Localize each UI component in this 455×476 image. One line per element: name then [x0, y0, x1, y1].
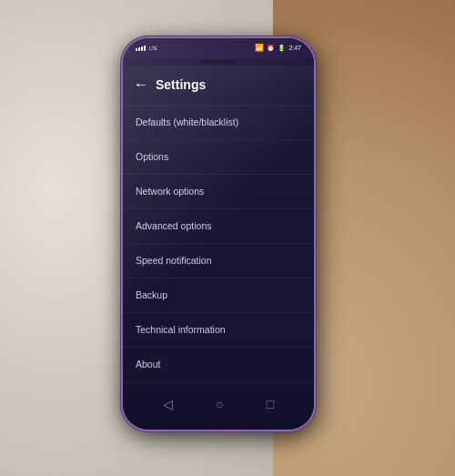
screen: ← Settings Defaults (white/blacklist) Op…: [123, 66, 314, 388]
scene: LTE 📶 ⏰ 🔋 2:47 ← Settings Defaults: [0, 0, 455, 476]
signal-icon: [136, 46, 146, 51]
alarm-icon: ⏰: [267, 45, 275, 52]
time-display: 2:47: [288, 45, 301, 51]
app-bar: ← Settings: [123, 66, 314, 106]
menu-item-about[interactable]: About: [123, 348, 314, 382]
settings-menu-list: Defaults (white/blacklist) Options Netwo…: [123, 106, 314, 388]
network-type-text: LTE: [149, 46, 157, 51]
phone-device: LTE 📶 ⏰ 🔋 2:47 ← Settings Defaults: [123, 38, 314, 430]
menu-item-technical-info[interactable]: Technical information: [123, 313, 314, 348]
menu-item-network-options[interactable]: Network options: [123, 175, 314, 209]
menu-item-options[interactable]: Options: [123, 140, 314, 175]
menu-item-advanced-options[interactable]: Advanced options: [123, 209, 314, 244]
phone-bottom-edge: [123, 420, 314, 430]
status-bar-left: LTE: [136, 46, 157, 51]
battery-icon: 🔋: [278, 45, 286, 52]
speaker-grille: [200, 60, 237, 64]
menu-item-speed-notification[interactable]: Speed notification: [123, 244, 314, 279]
menu-item-defaults[interactable]: Defaults (white/blacklist): [123, 106, 314, 140]
speaker-area: [123, 58, 314, 66]
back-button[interactable]: ←: [134, 76, 148, 93]
status-bar: LTE 📶 ⏰ 🔋 2:47: [123, 38, 314, 58]
page-title: Settings: [156, 77, 206, 92]
nav-back-button[interactable]: ◁: [163, 397, 173, 411]
wifi-icon: 📶: [255, 44, 264, 52]
nav-recents-button[interactable]: □: [267, 397, 274, 411]
nav-home-button[interactable]: ○: [216, 397, 223, 411]
menu-item-backup[interactable]: Backup: [123, 279, 314, 313]
status-bar-right: 📶 ⏰ 🔋 2:47: [255, 44, 301, 52]
nav-bar: ◁ ○ □: [123, 388, 314, 420]
